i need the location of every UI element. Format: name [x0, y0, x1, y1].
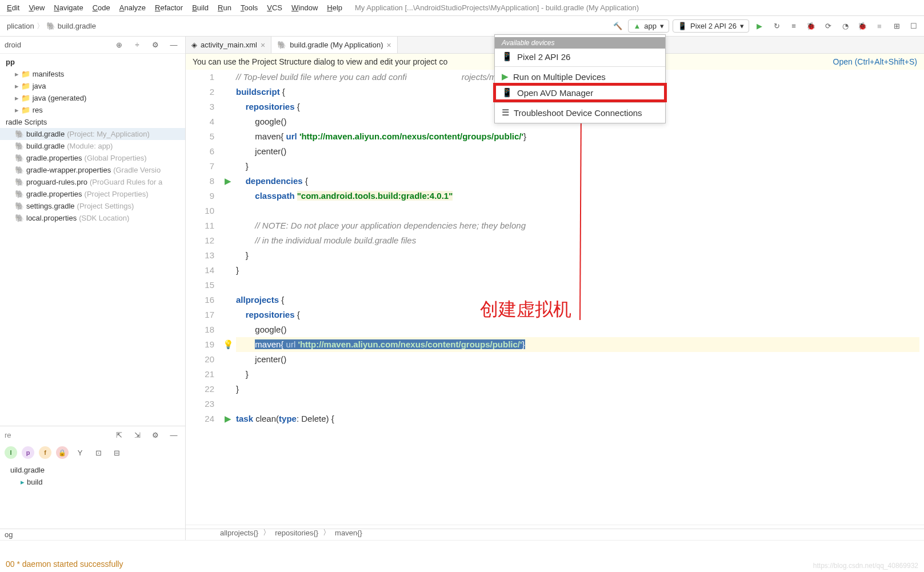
hide-icon[interactable]: —	[167, 38, 181, 52]
avd-icon[interactable]: ☐	[907, 19, 921, 33]
xml-icon: ◈	[191, 41, 197, 49]
menu-build[interactable]: Build	[187, 2, 213, 14]
badge-p[interactable]: p	[22, 446, 34, 459]
editor-tab[interactable]: ◈activity_main.xml×	[186, 37, 271, 53]
hide-icon[interactable]: —	[167, 428, 181, 442]
code-line[interactable]: }	[236, 382, 919, 397]
badge-i[interactable]: I	[5, 446, 17, 459]
run-marker-icon[interactable]: ▶	[225, 414, 231, 424]
make-icon[interactable]: 🔨	[611, 19, 625, 33]
gradle-script-node[interactable]: 🐘 build.gradle (Module: app)	[0, 140, 185, 152]
apply-code-icon[interactable]: ≡	[787, 19, 801, 33]
layout-icon[interactable]: ⊡	[91, 446, 105, 459]
menu-view[interactable]: View	[24, 2, 49, 14]
gear-icon[interactable]: ⚙	[149, 38, 162, 52]
code-line[interactable]: google()	[236, 322, 919, 337]
target-icon[interactable]: ⊕	[112, 38, 126, 52]
dd-item-device[interactable]: 📱Pixel 2 API 26	[495, 49, 665, 65]
menu-navigate[interactable]: Navigate	[49, 2, 87, 14]
menu-window[interactable]: Window	[287, 2, 322, 14]
open-project-structure-link[interactable]: Open (Ctrl+Alt+Shift+S)	[833, 57, 917, 66]
lock-icon[interactable]: 🔒	[56, 446, 69, 459]
project-tree[interactable]: pp ▸ 📁 manifests▸ 📁 java▸ 📁 java (genera…	[0, 54, 185, 426]
gradle-script-node[interactable]: 🐘 settings.gradle (Project Settings)	[0, 200, 185, 212]
sync-icon[interactable]: ⊞	[890, 19, 903, 33]
code-line[interactable]	[236, 278, 919, 293]
menu-help[interactable]: Help	[322, 2, 347, 14]
attach-debugger-icon[interactable]: 🐞	[855, 19, 869, 33]
code-line[interactable]: }	[236, 367, 919, 382]
device-selector[interactable]: 📱 Pixel 2 API 26 ▾	[673, 19, 749, 33]
gradle-icon: 🐘	[15, 190, 24, 198]
dd-item-multi[interactable]: ▶Run on Multiple Devices	[495, 69, 665, 85]
badge-f[interactable]: f	[39, 446, 51, 459]
code-content[interactable]: // Top-level build file where you can ad…	[236, 70, 924, 525]
gradle-script-node[interactable]: 🐘 local.properties (SDK Location)	[0, 212, 185, 224]
annotation-text: 创建虚拟机	[480, 297, 571, 322]
code-line[interactable]: task clean(type: Delete) {	[236, 411, 919, 426]
run-icon[interactable]: ▶	[753, 19, 766, 33]
code-line[interactable]: }	[236, 263, 919, 278]
gradle-scripts-node[interactable]: radle Scripts	[0, 116, 185, 128]
stop-icon[interactable]: ■	[873, 19, 886, 33]
tree-node[interactable]: ▸ 📁 manifests	[0, 68, 185, 80]
menu-edit[interactable]: Edit	[2, 2, 24, 14]
gradle-icon: 🐘	[277, 41, 286, 49]
breadcrumb-file[interactable]: build.gradle	[58, 22, 96, 30]
menu-analyze[interactable]: Analyze	[115, 2, 150, 14]
run-marker-icon[interactable]: ▶	[225, 176, 231, 186]
close-icon[interactable]: ×	[386, 41, 391, 50]
apply-changes-icon[interactable]: ↻	[770, 19, 783, 33]
fork-icon[interactable]: Y	[73, 446, 87, 459]
code-line[interactable]: maven{ url 'http://maven.aliyun.com/nexu…	[236, 129, 919, 144]
menu-vcs[interactable]: VCS	[262, 2, 287, 14]
code-line[interactable]: maven{ url 'http://maven.aliyun.com/nexu…	[236, 337, 919, 352]
code-line[interactable]	[236, 397, 919, 411]
gear-icon[interactable]: ⚙	[149, 428, 162, 442]
layout2-icon[interactable]: ⊟	[110, 446, 123, 459]
code-line[interactable]: jcenter()	[236, 352, 919, 367]
debug-icon[interactable]: 🐞	[804, 19, 818, 33]
code-line[interactable]: classpath "com.android.tools.build:gradl…	[236, 189, 919, 203]
dd-item-troubleshoot[interactable]: ☰Troubleshoot Device Connections	[495, 105, 665, 121]
menu-run[interactable]: Run	[213, 2, 236, 14]
gradle-script-node[interactable]: 🐘 gradle-wrapper.properties (Gradle Vers…	[0, 164, 185, 176]
gradle-script-node[interactable]: 🐘 gradle.properties (Project Properties)	[0, 188, 185, 200]
structure-root[interactable]: uild.gradle	[6, 464, 179, 476]
panel-scope[interactable]: droid	[5, 41, 21, 49]
code-line[interactable]: }	[236, 248, 919, 263]
dd-item-avd[interactable]: 📱Open AVD Manager	[495, 85, 665, 101]
menu-code[interactable]: Code	[88, 2, 115, 14]
code-line[interactable]: dependencies {	[236, 174, 919, 189]
code-line[interactable]: jcenter()	[236, 144, 919, 159]
menu-refactor[interactable]: Refactor	[150, 2, 187, 14]
code-line[interactable]: repositories {	[236, 307, 919, 322]
menu-tools[interactable]: Tools	[236, 2, 262, 14]
bulb-icon[interactable]: 💡	[223, 339, 234, 350]
editor-tab[interactable]: 🐘build.gradle (My Application)×	[271, 37, 398, 53]
profiler-icon[interactable]: ◔	[838, 19, 852, 33]
gradle-script-node[interactable]: 🐘 build.gradle (Project: My_Application)	[0, 128, 185, 140]
breadcrumb-project[interactable]: plication	[7, 22, 34, 30]
collapse-icon[interactable]: ÷	[130, 38, 144, 52]
tree-node[interactable]: ▸ 📁 res	[0, 104, 185, 116]
gradle-script-node[interactable]: 🐘 gradle.properties (Global Properties)	[0, 152, 185, 164]
tree-node[interactable]: ▸ 📁 java	[0, 80, 185, 92]
structure-child[interactable]: ▸ build	[6, 476, 179, 488]
profile-icon[interactable]: ⟳	[821, 19, 835, 33]
module-node[interactable]: pp	[0, 56, 185, 68]
gradle-script-node[interactable]: 🐘 proguard-rules.pro (ProGuard Rules for…	[0, 176, 185, 188]
tree-node[interactable]: ▸ 📁 java (generated)	[0, 92, 185, 104]
gradle-icon: 🐘	[15, 214, 24, 222]
code-line[interactable]: // NOTE: Do not place your application d…	[236, 218, 919, 233]
android-icon: ▲	[633, 22, 641, 30]
code-line[interactable]: // in the individual module build.gradle…	[236, 233, 919, 248]
collapse-all-icon[interactable]: ⇲	[130, 428, 144, 442]
code-line[interactable]	[236, 203, 919, 218]
expand-icon[interactable]: ⇱	[112, 428, 126, 442]
code-line[interactable]: allprojects {	[236, 293, 919, 307]
close-icon[interactable]: ×	[261, 41, 265, 50]
bottom-tool-tab[interactable]: og	[0, 529, 924, 540]
run-config-selector[interactable]: ▲ app ▾	[628, 19, 669, 33]
code-line[interactable]: }	[236, 159, 919, 174]
